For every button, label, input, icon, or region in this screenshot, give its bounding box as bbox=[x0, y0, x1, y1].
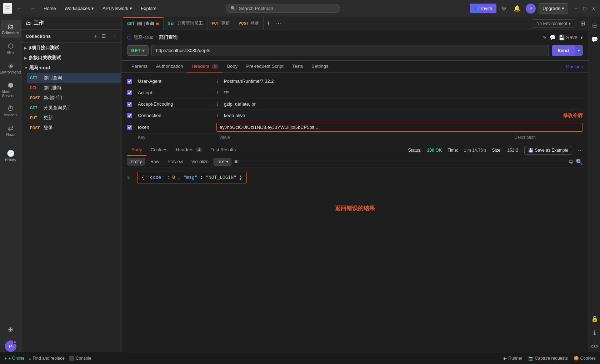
copy-button[interactable]: ⧉ bbox=[569, 158, 573, 165]
tab-tests[interactable]: Tests bbox=[288, 61, 307, 72]
right-panel-1-icon[interactable]: ⊟ bbox=[590, 20, 599, 31]
info-icon[interactable]: ℹ bbox=[216, 90, 218, 95]
save-dropdown-icon[interactable]: ▾ bbox=[580, 35, 583, 40]
cookies-button[interactable]: 🍪 Cookies bbox=[574, 356, 596, 361]
close-button[interactable]: × bbox=[590, 4, 597, 13]
save-as-example-button[interactable]: 💾 Save as Example bbox=[524, 146, 572, 155]
sidebar-item-grpc[interactable]: ⊕ bbox=[1, 323, 21, 336]
more-response-button[interactable]: ⋯ bbox=[578, 147, 583, 153]
search-bar[interactable]: 🔍 Search Postman bbox=[226, 4, 340, 13]
col-key-label: Key bbox=[135, 135, 214, 140]
environment-selector[interactable]: No Environment ▾ bbox=[532, 19, 575, 28]
right-panel-2-icon[interactable]: 💬 bbox=[589, 34, 600, 45]
body-tab-preview[interactable]: Preview bbox=[164, 158, 186, 166]
method-select[interactable]: GET ▾ bbox=[127, 45, 149, 56]
tab-settings[interactable]: Settings bbox=[307, 61, 332, 72]
response-tab-test-results[interactable]: Test Results bbox=[206, 144, 240, 156]
format-select[interactable]: Text ▾ bbox=[214, 158, 231, 166]
request-login[interactable]: POST 登录 bbox=[27, 123, 121, 133]
collection-multi[interactable]: ▶ 多接口关联测试 bbox=[21, 53, 121, 63]
request-label: 新增部门 bbox=[44, 95, 62, 101]
token-value[interactable]: eyJhbGciOiJIUzI1NiJ8.eyJuYW1lIljoi5bCP5p… bbox=[216, 123, 583, 132]
tab-login[interactable]: POST 登录 bbox=[234, 17, 264, 30]
info-icon[interactable]: ℹ bbox=[216, 102, 218, 107]
maximize-button[interactable]: □ bbox=[581, 4, 588, 13]
request-staff-paged[interactable]: GET 分页查询员工 bbox=[27, 103, 121, 113]
runner-icon: ▶ bbox=[504, 356, 507, 361]
body-tab-visualize[interactable]: Visualize bbox=[188, 158, 212, 166]
tab-params[interactable]: Params bbox=[127, 61, 152, 72]
wrap-icon[interactable]: ≡ bbox=[234, 158, 238, 165]
filter-collections-button[interactable]: ☰ bbox=[100, 32, 108, 40]
upgrade-button[interactable]: Upgrade ▾ bbox=[539, 3, 568, 14]
tab-body[interactable]: Body bbox=[223, 61, 242, 72]
info-icon[interactable]: ℹ bbox=[216, 113, 218, 118]
capture-button[interactable]: 📷 Capture requests bbox=[528, 356, 568, 361]
collection-heimacrud[interactable]: ▼ 黑马-crud bbox=[21, 63, 121, 73]
tab-prerequest[interactable]: Pre-request Script bbox=[242, 61, 288, 72]
request-dept-add[interactable]: POST 新增部门 bbox=[27, 93, 121, 103]
settings-icon[interactable]: ⚙ bbox=[499, 4, 509, 13]
right-panel-4-icon[interactable]: ℹ bbox=[591, 327, 598, 338]
send-button[interactable]: Send bbox=[552, 45, 575, 56]
info-icon[interactable]: ℹ bbox=[216, 79, 218, 84]
response-tab-cookies[interactable]: Cookies bbox=[146, 144, 172, 156]
request-update[interactable]: PUT 更新 bbox=[27, 113, 121, 123]
sidebar-item-history[interactable]: 🕐 History bbox=[1, 147, 21, 165]
save-button[interactable]: 💾 Save bbox=[559, 35, 578, 40]
notifications-icon[interactable]: 🔔 bbox=[511, 4, 523, 13]
tab-update[interactable]: PUT 更新 bbox=[208, 17, 234, 30]
explore-nav[interactable]: Explore bbox=[138, 4, 159, 12]
more-collections-button[interactable]: ⋯ bbox=[109, 32, 117, 40]
find-replace-button[interactable]: ⌕ Find and replace bbox=[29, 356, 65, 361]
body-tab-pretty[interactable]: Pretty bbox=[127, 158, 145, 166]
edit-name-icon[interactable]: ✎ bbox=[542, 35, 547, 40]
tab-dept-query[interactable]: GET 部门查询 bbox=[123, 17, 164, 30]
console-button[interactable]: ⬛ Console bbox=[69, 356, 91, 361]
header-checkbox[interactable] bbox=[127, 102, 132, 107]
minimize-button[interactable]: − bbox=[572, 4, 580, 13]
menu-icon[interactable]: ☰ bbox=[3, 3, 12, 14]
user-avatar-sidebar[interactable]: P bbox=[5, 340, 16, 352]
sidebar-item-flows[interactable]: ⇄ Flows bbox=[1, 121, 21, 140]
response-tab-body[interactable]: Body bbox=[127, 144, 146, 156]
more-tabs-button[interactable]: ⋯ bbox=[273, 21, 284, 26]
nav-back-button[interactable]: ← bbox=[15, 4, 25, 13]
body-tab-raw[interactable]: Raw bbox=[147, 158, 162, 166]
header-checkbox[interactable] bbox=[127, 79, 132, 84]
collection-jt[interactable]: ▶ jt项目接口测试 bbox=[21, 43, 121, 53]
home-nav[interactable]: Home bbox=[41, 4, 59, 12]
add-tab-button[interactable]: + bbox=[264, 20, 273, 27]
api-network-nav[interactable]: API Network ▾ bbox=[100, 4, 135, 12]
tab-headers[interactable]: Headers 8 bbox=[188, 61, 223, 72]
request-dept-delete[interactable]: DEL 部门删除 bbox=[27, 83, 121, 93]
url-input[interactable] bbox=[151, 45, 549, 56]
header-checkbox[interactable] bbox=[127, 113, 132, 118]
right-panel-code-icon[interactable]: </> bbox=[588, 341, 600, 352]
cookies-link[interactable]: Cookies bbox=[566, 64, 583, 69]
comment-icon[interactable]: 💬 bbox=[550, 35, 556, 40]
avatar-icon[interactable]: P bbox=[526, 4, 536, 14]
right-panel-3-icon[interactable]: 🔒 bbox=[589, 313, 600, 324]
header-checkbox[interactable] bbox=[127, 125, 132, 130]
header-checkbox[interactable] bbox=[127, 90, 132, 95]
response-tab-headers[interactable]: Headers 4 bbox=[172, 144, 206, 156]
json-code-block: { "code" : 0 , "msg" : "NOT_LOGIN" } bbox=[137, 172, 247, 183]
sidebar-item-environments[interactable]: ◈ Environments bbox=[1, 59, 21, 77]
search-button[interactable]: 🔍 bbox=[576, 158, 583, 165]
tab-authorization[interactable]: Authorization bbox=[152, 61, 188, 72]
sidebar-item-monitors[interactable]: ⏱ Monitors bbox=[1, 102, 21, 120]
sidebar-item-apis[interactable]: ⬡ APIs bbox=[1, 39, 21, 57]
env-settings-icon[interactable]: ⊞ bbox=[578, 19, 587, 28]
tab-staff-paged[interactable]: GET 分页查询员工 bbox=[164, 17, 208, 30]
send-dropdown-button[interactable]: ▾ bbox=[575, 45, 583, 56]
workspaces-nav[interactable]: Workspaces ▾ bbox=[62, 4, 97, 12]
tab-label: 分页查询员工 bbox=[177, 20, 203, 26]
request-dept-query[interactable]: GET 部门查询 bbox=[27, 73, 121, 83]
runner-button[interactable]: ▶ Runner bbox=[504, 356, 522, 361]
new-collection-button[interactable]: + bbox=[93, 32, 99, 40]
sidebar-item-mock-servers[interactable]: ⬢ Mock Servers bbox=[1, 79, 21, 101]
invite-button[interactable]: 👥 Invite bbox=[470, 4, 496, 13]
nav-forward-button[interactable]: → bbox=[28, 4, 38, 13]
sidebar-item-collections[interactable]: 🗂 Collections bbox=[1, 20, 21, 38]
